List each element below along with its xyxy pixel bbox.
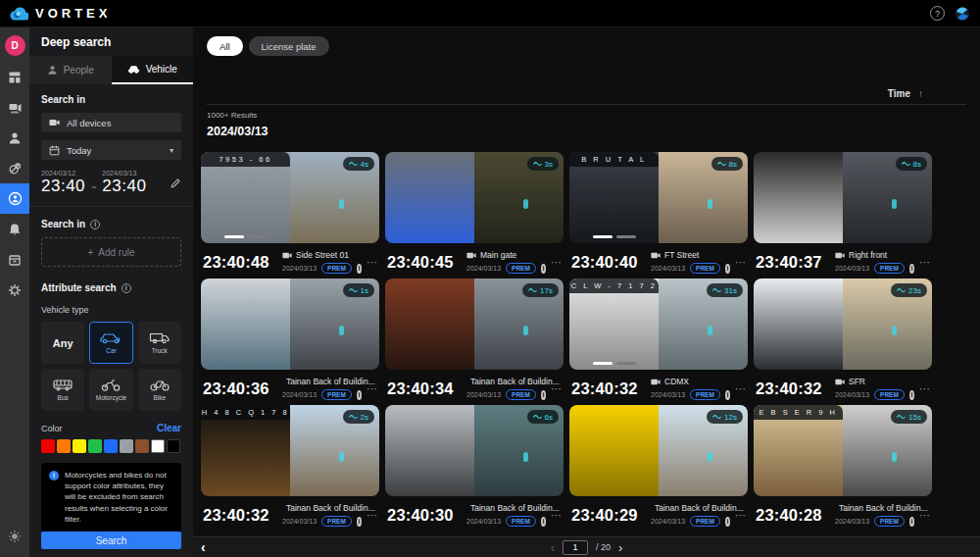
color-swatch[interactable] xyxy=(57,439,71,453)
collapse-panel-icon[interactable]: ‹ xyxy=(201,539,206,555)
result-time: 23:40:30 xyxy=(387,506,462,525)
more-options-button[interactable]: ⋯ xyxy=(919,382,930,395)
help-icon[interactable]: ? xyxy=(930,6,945,21)
info-icon[interactable]: i xyxy=(725,390,730,400)
info-icon[interactable]: i xyxy=(122,283,131,293)
info-icon[interactable]: i xyxy=(909,264,914,274)
more-options-button[interactable]: ⋯ xyxy=(367,509,377,522)
rules-section-text: Search in xyxy=(41,219,85,229)
next-page-icon[interactable]: › xyxy=(618,540,622,555)
sidebar-item-dashboard[interactable] xyxy=(0,62,29,92)
vehicle-type-bike[interactable]: Bike xyxy=(138,369,181,411)
result-card[interactable]: E B S E R 9 H 15s 23:40:28 Tainan Back o… xyxy=(754,405,932,527)
carousel-indicator[interactable] xyxy=(224,235,268,238)
brand-swirl-icon[interactable] xyxy=(955,6,970,22)
result-card[interactable]: 6s 23:40:30 Tainan Back of Buildin... 20… xyxy=(385,405,564,527)
more-options-button[interactable]: ⋯ xyxy=(551,256,562,269)
result-thumbnail[interactable]: B R U T A L 8s xyxy=(569,152,748,243)
result-card[interactable]: C L W - 7 1 7 2 31s 23:40:32 CDMX 2024/0… xyxy=(569,278,748,400)
result-card[interactable]: 23s 23:40:32 SFR 2024/03/13 PREM i ⋯ xyxy=(754,278,932,400)
more-options-button[interactable]: ⋯ xyxy=(735,382,746,395)
search-button[interactable]: Search xyxy=(41,532,181,549)
sidebar-item-settings[interactable] xyxy=(0,275,29,305)
info-icon[interactable]: i xyxy=(909,390,914,400)
result-thumbnail[interactable]: 1s xyxy=(201,278,379,370)
vehicle-type-bus[interactable]: Bus xyxy=(41,369,84,411)
previous-page-icon[interactable]: ‹ xyxy=(551,540,555,555)
result-thumbnail[interactable]: 23s xyxy=(754,278,932,370)
result-card[interactable]: 12s 23:40:29 Tainan Back of Buildin... 2… xyxy=(569,405,748,527)
color-swatch[interactable] xyxy=(104,439,118,453)
color-swatch[interactable] xyxy=(135,439,149,453)
more-options-button[interactable]: ⋯ xyxy=(551,382,562,395)
devices-select[interactable]: All devices xyxy=(41,113,181,132)
sidebar-item-cameras[interactable] xyxy=(0,92,29,123)
color-swatch[interactable] xyxy=(167,439,180,453)
carousel-indicator[interactable] xyxy=(593,362,636,365)
color-swatch[interactable] xyxy=(73,439,86,453)
more-options-button[interactable]: ⋯ xyxy=(367,382,377,395)
vehicle-type-truck[interactable]: Truck xyxy=(138,322,181,364)
add-rule-button[interactable]: + Add rule xyxy=(41,237,181,267)
tab-vehicle[interactable]: Vehicle xyxy=(112,56,194,84)
user-avatar[interactable]: D xyxy=(5,35,25,56)
info-icon[interactable]: i xyxy=(357,517,362,527)
sort-control[interactable]: Time ↑ xyxy=(888,88,923,99)
vehicle-type-motorcycle[interactable]: Motorcycle xyxy=(89,369,132,411)
more-options-button[interactable]: ⋯ xyxy=(551,509,562,522)
color-swatch[interactable] xyxy=(88,439,102,453)
theme-toggle[interactable] xyxy=(0,521,29,551)
info-icon[interactable]: i xyxy=(909,517,914,527)
result-card[interactable]: 17s 23:40:34 Tainan Back of Buildin... 2… xyxy=(385,278,564,400)
info-icon[interactable]: i xyxy=(90,220,100,229)
sidebar-item-alerts[interactable] xyxy=(0,214,29,244)
info-icon[interactable]: i xyxy=(725,264,730,274)
color-swatch[interactable] xyxy=(120,439,133,453)
date-preset-select[interactable]: Today ▾ xyxy=(41,140,181,160)
page-input[interactable] xyxy=(563,540,588,555)
chevron-down-icon: ▾ xyxy=(170,146,173,155)
sidebar-item-people[interactable] xyxy=(0,123,29,153)
more-options-button[interactable]: ⋯ xyxy=(919,509,930,522)
result-thumbnail[interactable]: 12s xyxy=(569,405,748,496)
result-card[interactable]: H 4 8 C Q 1 7 8 2s 23:40:32 Tainan Back … xyxy=(201,405,379,527)
tab-people[interactable]: People xyxy=(29,56,112,84)
result-thumbnail[interactable]: 8s xyxy=(754,152,932,243)
result-card[interactable]: 8s 23:40:37 Right front 2024/03/13 PREM … xyxy=(754,152,932,274)
more-options-button[interactable]: ⋯ xyxy=(919,256,930,269)
carousel-indicator[interactable] xyxy=(593,235,636,238)
info-icon[interactable]: i xyxy=(725,517,730,527)
info-icon[interactable]: i xyxy=(541,390,546,400)
filter-chip-all[interactable]: All xyxy=(207,36,243,56)
info-icon[interactable]: i xyxy=(357,264,362,274)
color-swatch[interactable] xyxy=(41,439,55,453)
edit-pencil-icon[interactable] xyxy=(170,177,181,189)
result-thumbnail[interactable]: 3s xyxy=(385,152,564,243)
result-thumbnail[interactable]: 17s xyxy=(385,278,564,370)
result-thumbnail[interactable]: C L W - 7 1 7 2 31s xyxy=(569,278,748,370)
result-thumbnail[interactable]: 6s xyxy=(385,405,564,496)
result-card[interactable]: 3s 23:40:45 Main gate 2024/03/13 PREM i … xyxy=(385,152,564,274)
info-icon[interactable]: i xyxy=(541,264,546,274)
info-icon[interactable]: i xyxy=(541,517,546,527)
sidebar-item-deep-search[interactable] xyxy=(0,183,29,214)
result-thumbnail[interactable]: E B S E R 9 H 15s xyxy=(754,405,932,496)
result-card[interactable]: 7953 - 66 4s 23:40:48 Side Street 01 202… xyxy=(201,152,379,274)
info-icon[interactable]: i xyxy=(357,390,362,400)
time-range[interactable]: 2024/03/12 23:40 ~ 2024/03/13 23:40 xyxy=(41,170,181,196)
sidebar-item-archive[interactable] xyxy=(0,244,29,275)
result-meta: 23:40:37 Right front 2024/03/13 PREM i ⋯ xyxy=(754,243,932,274)
result-card[interactable]: B R U T A L 8s 23:40:40 FT Street 2024/0… xyxy=(569,152,748,274)
vehicle-type-any[interactable]: Any xyxy=(41,322,84,364)
result-card[interactable]: 1s 23:40:36 Tainan Back of Buildin... 20… xyxy=(201,278,379,400)
color-swatch[interactable] xyxy=(151,439,165,453)
clear-colors-link[interactable]: Clear xyxy=(157,423,181,433)
result-thumbnail[interactable]: H 4 8 C Q 1 7 8 2s xyxy=(201,405,379,496)
filter-chip-license-plate[interactable]: License plate xyxy=(249,36,329,56)
more-options-button[interactable]: ⋯ xyxy=(735,509,746,522)
result-thumbnail[interactable]: 7953 - 66 4s xyxy=(201,152,379,243)
vehicle-type-car[interactable]: Car xyxy=(89,322,132,364)
sidebar-item-events[interactable] xyxy=(0,153,29,183)
more-options-button[interactable]: ⋯ xyxy=(735,256,746,269)
more-options-button[interactable]: ⋯ xyxy=(367,256,377,269)
